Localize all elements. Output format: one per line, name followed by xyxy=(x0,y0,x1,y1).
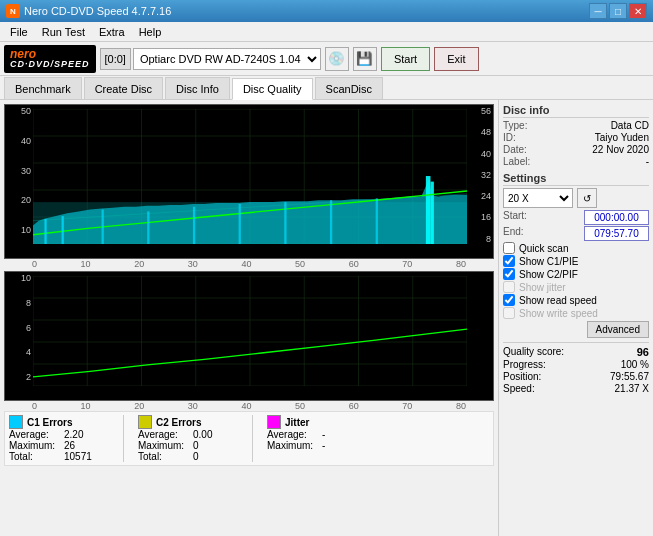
tab-benchmark[interactable]: Benchmark xyxy=(4,77,82,99)
menu-help[interactable]: Help xyxy=(133,25,168,39)
quick-scan-checkbox[interactable] xyxy=(503,242,515,254)
legend-section: C1 Errors Average: 2.20 Maximum: 26 Tota… xyxy=(4,411,494,466)
c1-total-value: 10571 xyxy=(64,451,109,462)
jitter-label: Jitter xyxy=(285,417,309,428)
position-label: Position: xyxy=(503,371,541,382)
show-read-speed-checkbox[interactable] xyxy=(503,294,515,306)
show-c1pie-label: Show C1/PIE xyxy=(519,256,578,267)
quality-score-row: Quality score: 96 xyxy=(503,346,649,358)
show-c1pie-row: Show C1/PIE xyxy=(503,255,649,267)
bottom-chart: 10 8 6 4 2 xyxy=(4,271,494,401)
title-bar-left: N Nero CD-DVD Speed 4.7.7.16 xyxy=(6,4,171,18)
show-c2pif-checkbox[interactable] xyxy=(503,268,515,280)
end-row: End: xyxy=(503,226,649,241)
minimize-button[interactable]: ─ xyxy=(589,3,607,19)
position-value: 79:55.67 xyxy=(610,371,649,382)
tab-create-disc[interactable]: Create Disc xyxy=(84,77,163,99)
speed-row: 20 X ↺ xyxy=(503,188,649,208)
svg-rect-20 xyxy=(102,210,104,244)
svg-rect-24 xyxy=(284,202,286,244)
top-chart-x-axis: 0 10 20 30 40 50 60 70 80 xyxy=(4,259,494,269)
c2-color-swatch xyxy=(138,415,152,429)
start-button[interactable]: Start xyxy=(381,47,430,71)
bottom-chart-plot xyxy=(33,276,467,386)
drive-select[interactable]: Optiarc DVD RW AD-7240S 1.04 xyxy=(133,48,321,70)
legend-jitter: Jitter Average: - Maximum: - xyxy=(267,415,367,462)
refresh-button[interactable]: ↺ xyxy=(577,188,597,208)
c2-avg-value: 0.00 xyxy=(193,429,238,440)
disc-id-label: ID: xyxy=(503,132,516,143)
quality-section: Quality score: 96 Progress: 100 % Positi… xyxy=(503,342,649,395)
svg-rect-25 xyxy=(330,200,332,244)
c1-avg-label: Average: xyxy=(9,429,64,440)
c2-avg-label: Average: xyxy=(138,429,193,440)
show-c2pif-label: Show C2/PIF xyxy=(519,269,578,280)
svg-rect-21 xyxy=(147,211,149,244)
disc-id-value: Taiyo Yuden xyxy=(595,132,649,143)
c2-max-label: Maximum: xyxy=(138,440,193,451)
maximize-button[interactable]: □ xyxy=(609,3,627,19)
bottom-chart-y-axis: 10 8 6 4 2 xyxy=(5,272,33,400)
menu-bar: File Run Test Extra Help xyxy=(0,22,653,42)
advanced-button[interactable]: Advanced xyxy=(587,321,649,338)
tab-disc-quality[interactable]: Disc Quality xyxy=(232,78,313,100)
progress-label: Progress: xyxy=(503,359,546,370)
tab-scan-disc[interactable]: ScanDisc xyxy=(315,77,383,99)
svg-rect-22 xyxy=(193,207,195,244)
disc-label-row: Label: - xyxy=(503,156,649,167)
legend-sep-1 xyxy=(123,415,124,462)
show-c2pif-row: Show C2/PIF xyxy=(503,268,649,280)
show-read-speed-row: Show read speed xyxy=(503,294,649,306)
start-label: Start: xyxy=(503,210,527,225)
show-jitter-label: Show jitter xyxy=(519,282,566,293)
c1-max-label: Maximum: xyxy=(9,440,64,451)
main-content: 50 40 30 20 10 56 48 40 32 24 16 8 xyxy=(0,100,653,536)
drive-label: [0:0] xyxy=(100,48,131,70)
show-write-speed-row: Show write speed xyxy=(503,307,649,319)
svg-rect-17 xyxy=(430,182,433,244)
end-time-input[interactable] xyxy=(584,226,649,241)
disc-icon-button[interactable]: 💿 xyxy=(325,47,349,71)
show-c1pie-checkbox[interactable] xyxy=(503,255,515,267)
speed-label: Speed: xyxy=(503,383,535,394)
jitter-max-value: - xyxy=(322,440,367,451)
disc-info-section: Disc info Type: Data CD ID: Taiyo Yuden … xyxy=(503,104,649,168)
disc-info-title: Disc info xyxy=(503,104,649,118)
exit-button[interactable]: Exit xyxy=(434,47,478,71)
bottom-chart-y-axis-right xyxy=(467,272,493,400)
right-panel: Disc info Type: Data CD ID: Taiyo Yuden … xyxy=(498,100,653,536)
speed-select[interactable]: 20 X xyxy=(503,188,573,208)
menu-run-test[interactable]: Run Test xyxy=(36,25,91,39)
disc-id-row: ID: Taiyo Yuden xyxy=(503,132,649,143)
window-title: Nero CD-DVD Speed 4.7.7.16 xyxy=(24,5,171,17)
svg-rect-23 xyxy=(239,204,241,244)
speed-value: 21.37 X xyxy=(615,383,649,394)
quick-scan-row: Quick scan xyxy=(503,242,649,254)
c2-total-value: 0 xyxy=(193,451,238,462)
c2-label: C2 Errors xyxy=(156,417,202,428)
save-button[interactable]: 💾 xyxy=(353,47,377,71)
legend-c2-errors: C2 Errors Average: 0.00 Maximum: 0 Total… xyxy=(138,415,238,462)
disc-label-label: Label: xyxy=(503,156,530,167)
disc-date-value: 22 Nov 2020 xyxy=(592,144,649,155)
jitter-avg-label: Average: xyxy=(267,429,322,440)
disc-date-row: Date: 22 Nov 2020 xyxy=(503,144,649,155)
c1-total-label: Total: xyxy=(9,451,64,462)
toolbar: nero CD·DVD/SPEED [0:0] Optiarc DVD RW A… xyxy=(0,42,653,76)
menu-file[interactable]: File xyxy=(4,25,34,39)
disc-type-row: Type: Data CD xyxy=(503,120,649,131)
close-button[interactable]: ✕ xyxy=(629,3,647,19)
tab-disc-info[interactable]: Disc Info xyxy=(165,77,230,99)
show-read-speed-label: Show read speed xyxy=(519,295,597,306)
progress-row: Progress: 100 % xyxy=(503,359,649,370)
top-chart-y-axis-right: 56 48 40 32 24 16 8 xyxy=(467,105,493,258)
menu-extra[interactable]: Extra xyxy=(93,25,131,39)
start-time-input[interactable] xyxy=(584,210,649,225)
speed-row-quality: Speed: 21.37 X xyxy=(503,383,649,394)
show-write-speed-label: Show write speed xyxy=(519,308,598,319)
c1-max-value: 26 xyxy=(64,440,109,451)
show-jitter-row: Show jitter xyxy=(503,281,649,293)
settings-title: Settings xyxy=(503,172,649,186)
bottom-chart-svg xyxy=(33,276,467,386)
app-logo: nero CD·DVD/SPEED xyxy=(4,45,96,73)
